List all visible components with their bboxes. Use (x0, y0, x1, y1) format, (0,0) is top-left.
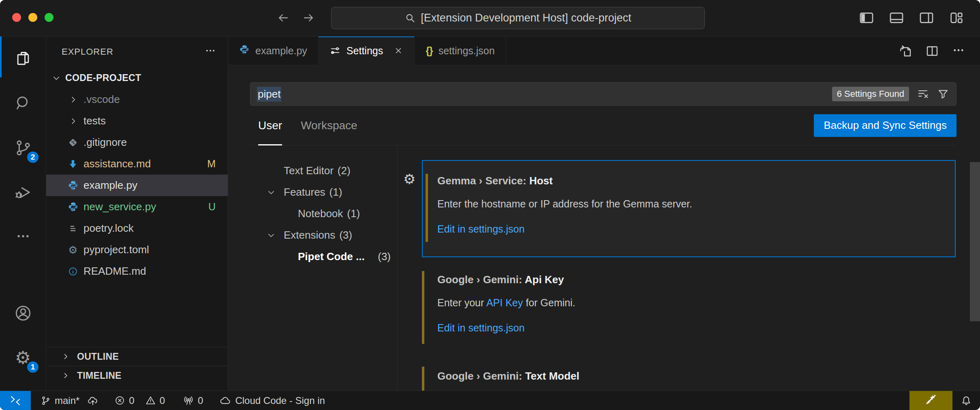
python-file-icon (67, 201, 79, 213)
toc-notebook[interactable]: Notebook(1) (228, 203, 397, 224)
activity-explorer-button[interactable] (0, 36, 46, 81)
explorer-more-actions-icon[interactable] (204, 45, 216, 59)
toggle-secondary-sidebar-icon[interactable] (918, 10, 935, 26)
settings-badge: 1 (26, 361, 39, 374)
tree-item-poetry-lock[interactable]: poetry.lock (46, 218, 228, 239)
tree-item-vscode[interactable]: .vscode (46, 89, 228, 110)
remote-indicator[interactable] (0, 391, 31, 410)
toggle-primary-sidebar-icon[interactable] (858, 10, 875, 26)
branch-status-item[interactable]: main* (41, 395, 79, 406)
backup-sync-settings-button[interactable]: Backup and Sync Settings (814, 114, 956, 137)
tree-item-gitignore[interactable]: .gitignore (46, 132, 228, 153)
activity-source-control-button[interactable]: 2 (0, 126, 46, 170)
chevron-down-icon (51, 73, 62, 83)
split-editor-icon[interactable] (925, 44, 939, 58)
zoom-window-button[interactable] (45, 13, 53, 22)
setting-description: Enter your API Key for Gemini. (437, 297, 956, 309)
bell-icon (960, 395, 972, 407)
edit-in-settings-json-link[interactable]: Edit in settings.json (437, 223, 955, 235)
cloud-code-status-item[interactable]: Cloud Code - Sign in (219, 395, 325, 407)
tree-item-readme-md[interactable]: README.md (46, 261, 228, 282)
setting-google-gemini-text-model[interactable]: Google › Gemini: Text Model (422, 365, 956, 391)
close-icon[interactable] (394, 46, 403, 56)
accounts-button[interactable] (0, 291, 46, 335)
toc-features[interactable]: Features(1) (228, 182, 397, 203)
settings-search-input[interactable]: pipet 6 Settings Found (250, 82, 956, 106)
api-key-link[interactable]: API Key (486, 297, 523, 308)
scope-tab-workspace[interactable]: Workspace (301, 106, 357, 145)
activity-search-button[interactable] (0, 81, 46, 126)
files-icon (14, 50, 32, 68)
tree-item-assistance-md[interactable]: assistance.md M (46, 153, 228, 175)
git-status-badge: M (207, 158, 216, 170)
search-icon (404, 13, 416, 24)
outline-section-header[interactable]: OUTLINE (46, 347, 228, 366)
modified-indicator (426, 174, 428, 242)
tree-item-pyproject-toml[interactable]: ⚙ pyproject.toml (46, 239, 228, 261)
tab-example-py[interactable]: example.py (228, 36, 319, 65)
scope-tab-user[interactable]: User (258, 106, 282, 145)
git-branch-icon (41, 395, 51, 406)
toml-gear-icon: ⚙ (67, 244, 79, 256)
copilot-disabled-status-item[interactable] (909, 391, 952, 410)
manage-settings-button[interactable]: ⚙ 1 (0, 335, 46, 380)
tab-settings-json[interactable]: {} settings.json (415, 36, 506, 65)
chevron-right-icon (61, 371, 71, 380)
clear-settings-search-icon[interactable] (916, 88, 929, 100)
chevron-down-icon (266, 187, 276, 198)
warning-icon (145, 395, 156, 406)
chevron-down-icon (266, 230, 276, 241)
title-bar: [Extension Development Host] code-projec… (0, 0, 980, 36)
settings-sliders-icon (330, 45, 341, 56)
json-braces-icon: {} (426, 45, 432, 57)
timeline-section-header[interactable]: TIMELINE (46, 366, 228, 385)
more-actions-icon[interactable] (952, 43, 965, 59)
run-debug-icon (14, 183, 32, 202)
spark-slash-icon (924, 393, 937, 408)
activity-bar: 2 ⚙ 1 (0, 36, 46, 391)
toc-extensions[interactable]: Extensions(3) (228, 224, 397, 246)
notifications-bell-item[interactable] (952, 395, 980, 407)
open-settings-json-icon[interactable] (898, 44, 913, 58)
edit-in-settings-json-link[interactable]: Edit in settings.json (437, 322, 956, 334)
main-area: 2 ⚙ 1 EXPLORER (0, 36, 980, 391)
python-file-icon (67, 180, 79, 191)
filter-icon[interactable] (937, 88, 950, 100)
search-icon (14, 94, 32, 113)
git-file-icon (67, 137, 79, 148)
markdown-file-icon (67, 158, 79, 170)
modified-indicator (422, 271, 424, 344)
tree-root[interactable]: CODE-PROJECT (46, 67, 228, 89)
activity-run-debug-button[interactable] (0, 170, 46, 215)
activity-more-button[interactable] (0, 215, 46, 259)
settings-body: Text Editor(2) Features(1) Notebook(1) E… (228, 145, 980, 391)
command-center[interactable]: [Extension Development Host] code-projec… (331, 7, 705, 29)
publish-status-item[interactable] (87, 395, 99, 407)
vscode-window: [Extension Development Host] code-projec… (0, 0, 980, 410)
toc-pipet-code[interactable]: Pipet Code ...(3) (228, 246, 397, 267)
ports-status-item[interactable]: 0 (183, 395, 203, 406)
back-icon[interactable] (276, 11, 290, 25)
toc-text-editor[interactable]: Text Editor(2) (228, 160, 397, 182)
toggle-panel-icon[interactable] (888, 10, 905, 26)
close-window-button[interactable] (12, 13, 21, 22)
tab-settings[interactable]: Settings (319, 36, 415, 65)
chevron-right-icon (61, 352, 71, 361)
status-bar: main* 0 0 0 Cloud Code - Sign in (0, 391, 980, 410)
cloud-upload-icon (87, 395, 99, 407)
customize-layout-icon[interactable] (948, 10, 965, 26)
setting-google-gemini-api-key[interactable]: Google › Gemini: Api Key Enter your API … (422, 268, 956, 347)
problems-status-item[interactable]: 0 0 (114, 395, 165, 406)
settings-results: Gemma › Service: Host Enter the hostname… (398, 145, 980, 391)
tree-item-new-service-py[interactable]: new_service.py U (46, 196, 228, 218)
settings-toc: Text Editor(2) Features(1) Notebook(1) E… (228, 145, 398, 391)
setting-gemma-service-host[interactable]: Gemma › Service: Host Enter the hostname… (422, 160, 956, 257)
python-file-icon (239, 44, 250, 57)
minimize-window-button[interactable] (28, 13, 37, 22)
tree-item-example-py[interactable]: example.py (46, 175, 228, 196)
settings-search-value: pipet (257, 87, 281, 102)
file-tree: CODE-PROJECT .vscode tests .gitignore as… (46, 67, 228, 282)
forward-icon[interactable] (302, 11, 315, 25)
tree-item-tests[interactable]: tests (46, 110, 228, 132)
settings-scrollbar[interactable] (970, 162, 980, 321)
